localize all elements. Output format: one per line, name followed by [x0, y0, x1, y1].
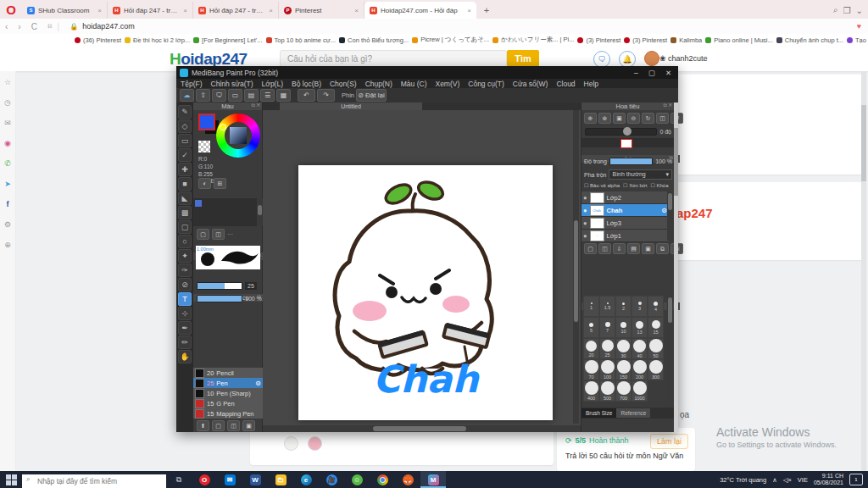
brush-size-cell[interactable]: 13	[632, 317, 648, 338]
redo-button[interactable]: Làm lại	[650, 434, 688, 449]
browser-tab[interactable]: H Hỏi đáp 247 - trang tra loi ×	[108, 2, 193, 19]
brush-size-cell[interactable]: 100	[599, 359, 615, 380]
delete-palette-icon[interactable]: ◫	[212, 229, 225, 240]
brush-size-cell[interactable]: 20	[583, 338, 599, 359]
hand-tool[interactable]: ✋	[178, 350, 192, 363]
list-panel-icon[interactable]: ☰	[260, 89, 275, 102]
brush-size-cell[interactable]: 700	[615, 380, 632, 402]
comment-icon[interactable]: 🗨	[212, 89, 226, 102]
edit-panel-icon[interactable]: ▦	[276, 89, 291, 102]
tab-gallery-icon[interactable]: ❐	[843, 6, 851, 15]
volume-muted-icon[interactable]: ◁×	[783, 476, 792, 484]
bookmark-item[interactable]: かわいいフリー素... | Pi...	[492, 36, 574, 44]
emoji-shy-icon[interactable]	[284, 436, 298, 451]
tab-close-icon[interactable]: ×	[183, 7, 187, 14]
menu-color[interactable]: Màu (C)	[397, 80, 431, 88]
browser-tab[interactable]: S SHub Classroom ×	[22, 2, 108, 19]
messages-icon[interactable]: 🗨	[593, 51, 610, 68]
layer-visible-icon[interactable]: ●	[583, 207, 587, 214]
taskbar-app-word[interactable]: W	[242, 471, 268, 488]
undo-icon[interactable]: ↶	[298, 89, 315, 102]
merge-layer-icon[interactable]: ⇩	[613, 243, 626, 254]
new-layer-icon[interactable]: ▢	[584, 243, 597, 254]
brush-settings-gear-icon[interactable]: ⚙	[255, 380, 261, 387]
layer-visible-icon[interactable]: ●	[583, 232, 587, 240]
bell-icon[interactable]: 🔔	[619, 51, 636, 68]
brush-size-cell[interactable]: 400	[583, 380, 599, 402]
gradient-tool[interactable]: ▩	[178, 206, 192, 219]
lasso-tool[interactable]: ✓	[178, 148, 192, 162]
taskbar-app-edge[interactable]: e	[293, 471, 319, 488]
tab-close-icon[interactable]: ×	[354, 7, 359, 14]
brush-size-cell[interactable]: 500	[599, 380, 615, 402]
blend-mode-select[interactable]: Bình thường ▾	[609, 169, 672, 180]
taskbar-app-chrome[interactable]	[370, 471, 395, 488]
heart-icon[interactable]: ♥	[857, 22, 861, 30]
upload-icon[interactable]: ⇧	[196, 89, 210, 102]
mail-icon[interactable]: ✉	[4, 119, 11, 127]
move-tool[interactable]: ✚	[178, 163, 192, 176]
add-icon[interactable]: ⊕	[4, 241, 11, 249]
brush-size-cell[interactable]: 1000	[632, 380, 648, 402]
bookmark-item[interactable]: (36) Pinterest	[75, 36, 121, 44]
new-palette-icon[interactable]: ▢	[197, 229, 209, 240]
layer-visible-icon[interactable]: ●	[583, 219, 587, 227]
username[interactable]: ❀ chanh2cute	[659, 54, 708, 63]
color-wheel[interactable]	[216, 114, 260, 158]
menu-help[interactable]: Help	[580, 80, 603, 88]
brush-duplicate-icon[interactable]: ◫	[227, 420, 240, 431]
brush-size-cell[interactable]: 5	[583, 317, 599, 338]
fill-rect-tool[interactable]: ■	[178, 177, 192, 191]
tab-menu-icon[interactable]: ⌄	[856, 6, 863, 15]
browser-tab[interactable]: P Pinterest ×	[279, 2, 364, 19]
bookmark-item[interactable]: Con thỏ Biểu tượng...	[339, 36, 409, 44]
monitor-icon[interactable]: ▭	[228, 89, 242, 102]
user-avatar[interactable]	[644, 51, 659, 66]
brush-item-selected[interactable]: 25Pen ⚙	[193, 378, 263, 388]
back-icon[interactable]: ‹	[5, 22, 8, 31]
document-tab[interactable]: Untitled	[280, 103, 422, 110]
brush-item[interactable]: 15Mapping Pen	[193, 408, 263, 419]
brush-size-cell[interactable]: 300	[648, 359, 664, 380]
brush-item[interactable]: 10Pen (Sharp)	[193, 388, 263, 398]
bookmark-item[interactable]: Đề thi học kì 2 lớp...	[125, 36, 190, 44]
taskbar-app-mail[interactable]: ✉	[217, 471, 242, 488]
tab-close-icon[interactable]: ×	[467, 7, 471, 14]
history-icon[interactable]: ◷	[4, 98, 11, 107]
taskbar-app-firefox[interactable]: 🦊	[395, 471, 420, 488]
emoji-blush-icon[interactable]	[308, 436, 322, 451]
language-indicator[interactable]: VIE	[798, 476, 808, 484]
taskbar-app-opera[interactable]: O	[192, 471, 217, 488]
navigator-thumbnail[interactable]	[620, 139, 632, 148]
taskbar-app-medibang-active[interactable]: M	[420, 471, 446, 488]
rotation-slider[interactable]	[585, 128, 657, 136]
brush-size-cell[interactable]: 4	[648, 296, 664, 317]
brush-size-cell[interactable]: 25	[599, 338, 615, 359]
clock[interactable]: 9:11 CH 05/08/2021	[814, 473, 843, 486]
brush-size-cell[interactable]: 30	[615, 338, 632, 359]
brush-size-cell[interactable]: 15	[648, 317, 664, 338]
brush-size-cell[interactable]: 1	[583, 296, 599, 317]
maximize-button[interactable]: ▢	[648, 69, 655, 77]
tab-close-icon[interactable]: ×	[269, 7, 273, 14]
menu-cloud[interactable]: Cloud	[552, 80, 579, 88]
search-tabs-icon[interactable]: ⌕	[833, 5, 838, 15]
bookmarks-star-icon[interactable]: ☆	[4, 78, 11, 86]
fit-window-icon[interactable]: ▣	[613, 113, 626, 124]
menu-layer[interactable]: Lớp(L)	[258, 80, 287, 88]
brush-item[interactable]: 15G Pen	[193, 398, 263, 408]
menu-edit[interactable]: Chỉnh sửa(T)	[207, 80, 258, 88]
protect-alpha-checkbox[interactable]: ☐ Bảo vệ alpha	[584, 182, 620, 188]
lock-checkbox[interactable]: ☐ Khóa	[650, 182, 668, 188]
brush-upload-icon[interactable]: ⬆	[197, 420, 209, 431]
window-scrollbar[interactable]	[674, 103, 678, 432]
brush-item[interactable]: 20Pencil	[193, 368, 263, 378]
add-select-tool[interactable]: ⊹	[178, 307, 192, 320]
fg-color-swatch[interactable]	[198, 114, 215, 130]
facebook-icon[interactable]: f	[7, 200, 9, 208]
pencil-tool[interactable]: ✏	[178, 336, 192, 349]
brush-size-cell[interactable]: 3	[632, 296, 648, 317]
canvas-hscrollbar[interactable]	[263, 425, 581, 432]
bookmark-item[interactable]: Tạo ảnh chi online	[847, 36, 868, 44]
brush-size-cell[interactable]: 50	[648, 338, 664, 359]
